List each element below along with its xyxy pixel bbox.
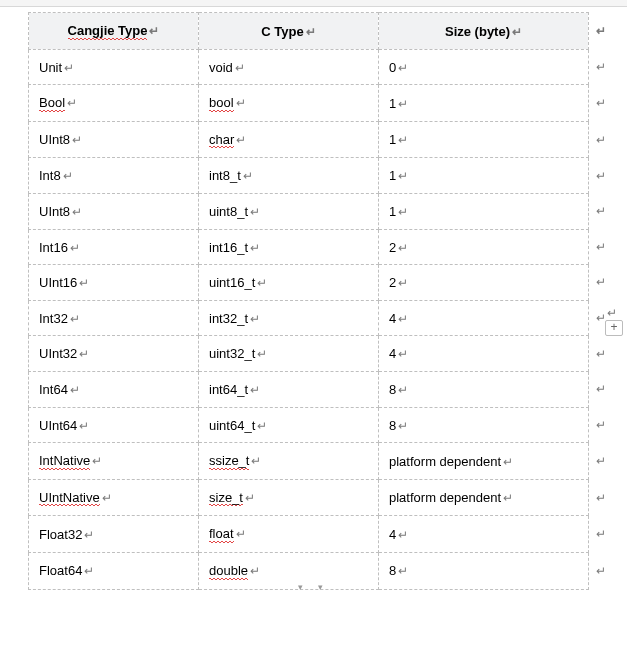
cell-text: 4	[389, 527, 396, 543]
para-mark-icon	[257, 419, 267, 433]
table-cell: uint32_t	[199, 336, 379, 372]
cell-text: Float64	[39, 563, 82, 579]
table-cell: UIntNative	[29, 479, 199, 516]
para-mark-icon	[102, 491, 112, 505]
bottom-ruler-marks: ▾ ▾	[294, 582, 334, 588]
para-mark-icon	[398, 564, 408, 578]
cell-text: Float32	[39, 527, 82, 543]
para-mark-icon	[70, 383, 80, 397]
row-end-mark-icon	[596, 240, 606, 254]
cell-text: platform dependent	[389, 454, 501, 470]
cell-text: Int32	[39, 311, 68, 327]
para-mark-icon	[398, 61, 408, 75]
table-row: Int32int32_t4	[29, 300, 589, 336]
para-mark-icon	[92, 454, 102, 468]
cell-text: float	[209, 526, 234, 543]
table-cell: ssize_t	[199, 443, 379, 480]
row-end-mark-icon	[596, 133, 606, 147]
para-mark-icon	[398, 205, 408, 219]
col-header-label: Size (byte)	[445, 24, 510, 40]
cell-text: Bool	[39, 95, 65, 112]
cell-text: void	[209, 60, 233, 76]
para-mark-icon	[250, 312, 260, 326]
table-row: Boolbool1	[29, 85, 589, 122]
cell-text: UIntNative	[39, 490, 100, 507]
table-cell: UInt8	[29, 193, 199, 229]
cell-text: platform dependent	[389, 490, 501, 506]
col-header-cangjie: Cangjie Type	[29, 13, 199, 50]
col-header-label: Cangjie Type	[68, 23, 148, 40]
table-cell: int64_t	[199, 371, 379, 407]
cell-text: uint64_t	[209, 418, 255, 434]
row-end-mark-icon	[596, 491, 606, 505]
cell-text: 8	[389, 382, 396, 398]
table-cell: Int64	[29, 371, 199, 407]
table-cell: Float64	[29, 552, 199, 589]
cell-text: UInt8	[39, 132, 70, 148]
table-row: Int64int64_t8	[29, 371, 589, 407]
cell-text: bool	[209, 95, 234, 112]
table-cell: Unit	[29, 49, 199, 85]
table-cell: IntNative	[29, 443, 199, 480]
para-mark-icon	[236, 527, 246, 541]
para-mark-icon	[250, 241, 260, 255]
para-mark-icon	[398, 97, 408, 111]
table-cell: 4	[379, 336, 589, 372]
para-mark-icon	[398, 312, 408, 326]
cell-text: 0	[389, 60, 396, 76]
table-cell: size_t	[199, 479, 379, 516]
para-mark-icon	[398, 133, 408, 147]
cell-text: UInt32	[39, 346, 77, 362]
para-mark-icon	[398, 276, 408, 290]
cell-text: double	[209, 563, 248, 580]
cell-text: uint8_t	[209, 204, 248, 220]
cell-text: IntNative	[39, 453, 90, 470]
cell-text: 2	[389, 240, 396, 256]
cell-text: 1	[389, 204, 396, 220]
table-row: Float32float4	[29, 516, 589, 553]
table-cell: 2	[379, 265, 589, 301]
table-cell: double	[199, 552, 379, 589]
row-end-mark-icon	[596, 60, 606, 74]
table-cell: platform dependent	[379, 443, 589, 480]
table-header-row: Cangjie Type C Type Size (byte)	[29, 13, 589, 50]
para-mark-icon	[84, 528, 94, 542]
plus-icon[interactable]: +	[605, 320, 623, 336]
cell-text: int8_t	[209, 168, 241, 184]
cell-text: UInt8	[39, 204, 70, 220]
row-end-mark-icon	[596, 24, 606, 38]
cell-text: UInt64	[39, 418, 77, 434]
para-mark-icon	[398, 419, 408, 433]
para-mark-icon	[250, 564, 260, 578]
para-mark-icon	[245, 491, 255, 505]
table-cell: Bool	[29, 85, 199, 122]
table-row: Unitvoid0	[29, 49, 589, 85]
table-cell: int16_t	[199, 229, 379, 265]
para-mark-icon	[72, 205, 82, 219]
row-end-mark-icon	[596, 347, 606, 361]
cell-text: 8	[389, 563, 396, 579]
row-end-mark-icon	[596, 275, 606, 289]
para-mark-icon	[236, 133, 246, 147]
table-cell: 8	[379, 552, 589, 589]
table-row: IntNativessize_tplatform dependent	[29, 443, 589, 480]
row-end-mark-icon	[596, 204, 606, 218]
table-cell: 1	[379, 158, 589, 194]
cell-text: ssize_t	[209, 453, 249, 470]
table-row: UInt16uint16_t2	[29, 265, 589, 301]
cell-text: 1	[389, 132, 396, 148]
cell-text: int32_t	[209, 311, 248, 327]
cell-text: 4	[389, 346, 396, 362]
col-header-label: C Type	[261, 24, 303, 40]
para-mark-icon	[250, 205, 260, 219]
table-cell: float	[199, 516, 379, 553]
para-mark-icon	[398, 383, 408, 397]
para-mark-icon	[84, 564, 94, 578]
para-mark-icon	[398, 528, 408, 542]
table-cell: 2	[379, 229, 589, 265]
cell-text: char	[209, 132, 234, 149]
add-row-widget[interactable]: +	[605, 306, 623, 334]
table-cell: Int8	[29, 158, 199, 194]
cell-text: int64_t	[209, 382, 248, 398]
table-cell: int32_t	[199, 300, 379, 336]
